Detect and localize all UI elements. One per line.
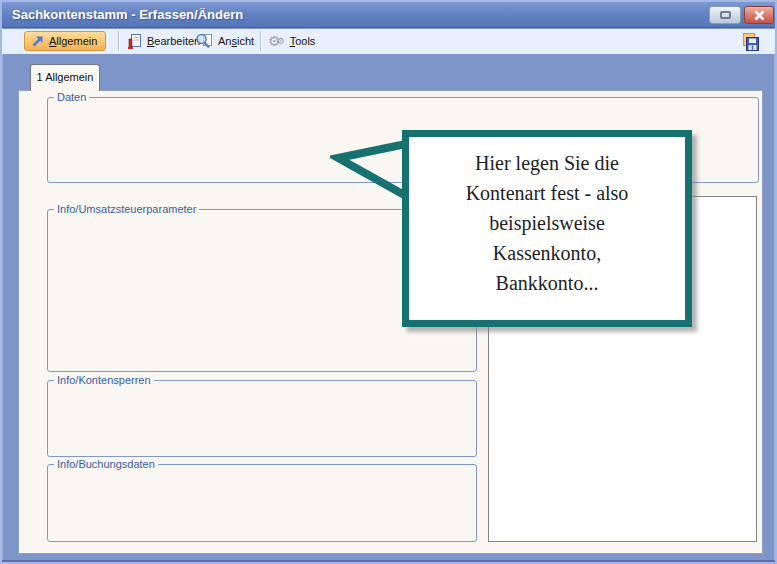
toolbar-button-allgemein[interactable]: Allgemein <box>24 31 106 51</box>
group-title-kontensperren: Info/Kontensperren <box>54 374 154 386</box>
toolbar-label-bearbeiten: Bearbeiten <box>147 35 200 47</box>
toolbar-separator <box>260 31 261 51</box>
tab-allgemein[interactable]: 1 Allgemein <box>30 64 100 91</box>
group-title-umsatzsteuerparameter: Info/Umsatzsteuerparameter <box>54 203 199 215</box>
callout-box: Hier legen Sie die Kontenart fest - also… <box>402 130 692 327</box>
edit-document-icon <box>128 33 142 50</box>
toolbar: Allgemein Bearbeiten Ansicht ⚙⚙ Tool <box>2 29 775 54</box>
toolbar-label-ansicht: Ansicht <box>218 35 254 47</box>
save-button[interactable] <box>739 31 761 52</box>
toolbar-label-allgemein: Allgemein <box>49 35 97 47</box>
callout-text-line: Kontenart fest - also <box>409 178 685 208</box>
window-box-icon <box>720 11 731 19</box>
group-buchungsdaten: Info/Buchungsdaten <box>47 464 477 542</box>
window-bottom-edge <box>2 560 777 564</box>
magnifier-icon <box>195 33 213 49</box>
close-x-icon <box>754 10 765 21</box>
save-floppy-icon <box>740 32 760 52</box>
arrow-up-right-icon <box>31 35 44 48</box>
group-title-daten: Daten <box>54 91 89 103</box>
group-title-buchungsdaten: Info/Buchungsdaten <box>54 458 158 470</box>
toolbar-button-ansicht[interactable]: Ansicht <box>195 31 254 51</box>
minimize-button[interactable] <box>709 6 741 24</box>
callout-text-line: beispielsweise <box>409 208 685 238</box>
callout-text-line: Kassenkonto, <box>409 238 685 268</box>
callout-text-line: Bankkonto... <box>409 268 685 298</box>
toolbar-button-bearbeiten[interactable]: Bearbeiten <box>128 31 200 51</box>
toolbar-label-tools: Tools <box>290 35 316 47</box>
callout-text-line: Hier legen Sie die <box>409 148 685 178</box>
group-kontensperren: Info/Kontensperren <box>47 380 477 457</box>
callout-pointer-icon <box>330 134 410 204</box>
toolbar-separator <box>118 31 119 51</box>
close-button[interactable] <box>744 6 774 24</box>
window-title: Sachkontenstamm - Erfassen/Ändern <box>12 7 243 22</box>
gears-icon: ⚙⚙ <box>268 34 285 48</box>
toolbar-button-tools[interactable]: ⚙⚙ Tools <box>268 31 315 51</box>
application-window: Sachkontenstamm - Erfassen/Ändern Allgem… <box>0 0 777 564</box>
titlebar: Sachkontenstamm - Erfassen/Ändern <box>2 2 775 28</box>
